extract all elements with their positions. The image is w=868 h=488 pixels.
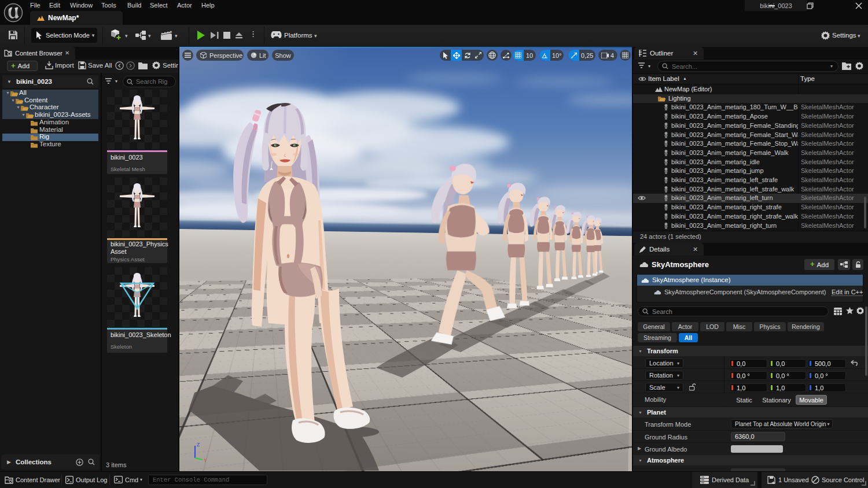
svg-text:Z: Z bbox=[197, 442, 200, 448]
svg-text:Y: Y bbox=[204, 458, 207, 462]
